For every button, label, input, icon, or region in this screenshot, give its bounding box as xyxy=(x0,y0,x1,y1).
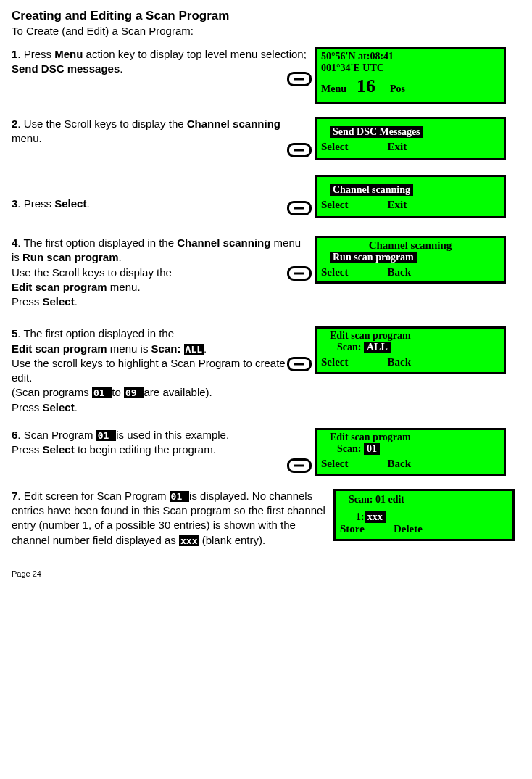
step-4: 4. The first option displayed in the Cha… xyxy=(12,236,520,309)
softkey-left: Select xyxy=(321,458,348,470)
step-1: 1. Press Menu action key to display top … xyxy=(12,47,520,104)
softkey-right: Back xyxy=(387,356,411,368)
softkey-left: Select xyxy=(321,356,348,368)
step-7: 7. Edit screen for Scan Program 01 is di… xyxy=(12,489,520,548)
softkey-left: Select xyxy=(321,199,348,211)
step-text: . xyxy=(120,62,122,75)
softkey-right: Exit xyxy=(387,199,407,211)
inline-highlight: ALL xyxy=(184,344,204,355)
scroll-icon xyxy=(529,353,532,367)
step-text: . xyxy=(204,342,207,355)
softkey-right: Delete xyxy=(394,523,423,535)
step-text: . xyxy=(75,401,78,413)
step-text: is used in this example. xyxy=(116,429,229,441)
step-text: . Scan Program xyxy=(17,429,96,441)
step-text: . Edit screen for Scan Program xyxy=(17,490,169,502)
screen-title: Edit scan program xyxy=(330,330,499,342)
scan-value: ALL xyxy=(364,342,391,353)
device-screen-1: 50°56'N at:08:41 001°34'E UTC Menu 16 Po… xyxy=(315,47,506,104)
menu-highlight: Channel scanning xyxy=(330,184,413,196)
step-text: are available). xyxy=(144,386,212,398)
scan-value: 01 xyxy=(364,443,380,455)
screen-title: Scan: 01 edit xyxy=(349,494,508,506)
step-text: . xyxy=(86,197,89,210)
channel-number: 16 xyxy=(357,75,375,97)
step-text: . xyxy=(119,251,122,263)
step-text: Press xyxy=(12,295,43,308)
step-text: . The first option displayed in the xyxy=(17,236,177,249)
step-text: . Press xyxy=(17,48,54,60)
action-key-icon xyxy=(287,69,315,86)
softkey-left: Select xyxy=(321,266,348,279)
step-text: (Scan programs xyxy=(12,386,92,398)
softkey-pos: Pos xyxy=(390,83,405,95)
page-subtitle: To Create (and Edit) a Scan Program: xyxy=(12,25,520,37)
gps-line: 50°56'N at:08:41 xyxy=(321,51,499,62)
step-bold: Run scan program xyxy=(22,251,119,263)
screen-title: Edit scan program xyxy=(330,432,499,443)
step-bold: Edit scan program xyxy=(12,342,107,355)
action-key-icon xyxy=(287,198,315,215)
step-text: . xyxy=(75,295,78,308)
step-text: menu is xyxy=(107,342,151,355)
action-key-icon xyxy=(287,263,315,281)
step-text: to begin editing the program. xyxy=(75,443,216,456)
action-key-icon xyxy=(287,140,315,157)
device-screen-5: Edit scan program Scan: ALL Select Back xyxy=(315,326,506,374)
step-bold: Channel scanning xyxy=(187,118,280,130)
step-text: . Press xyxy=(17,197,54,210)
action-key-icon xyxy=(287,456,315,473)
action-key-icon xyxy=(287,354,315,371)
step-bold: Send DSC messages xyxy=(12,62,120,75)
softkey-right: Back xyxy=(387,458,411,470)
inline-highlight: 01 xyxy=(96,430,116,441)
device-screen-6: Edit scan program Scan: 01 Select Back xyxy=(315,428,506,476)
scan-label: Scan: xyxy=(337,342,364,353)
step-text: (blank entry). xyxy=(199,534,265,546)
step-text: action key to display top level menu sel… xyxy=(83,48,307,60)
inline-highlight: 01 xyxy=(92,387,112,398)
device-screen-3: Channel scanning Select Exit xyxy=(315,175,506,218)
device-screen-2: Send DSC Messages Select Exit xyxy=(315,117,506,160)
scroll-icon xyxy=(529,252,532,267)
menu-highlight: Run scan program xyxy=(330,252,417,263)
page-title: Creating and Editing a Scan Program xyxy=(12,9,520,23)
entry-value: xxx xyxy=(365,511,386,523)
step-bold: Edit scan program xyxy=(12,281,107,293)
screen-title: Channel scanning xyxy=(321,239,499,252)
step-bold: Channel scanning xyxy=(177,236,270,249)
step-text: Press xyxy=(12,443,43,456)
step-2: 2. Use the Scroll keys to display the Ch… xyxy=(12,117,520,160)
step-bold: Select xyxy=(43,443,75,456)
step-bold: Select xyxy=(43,295,75,308)
scan-label: Scan: xyxy=(337,443,364,454)
menu-highlight: Send DSC Messages xyxy=(330,126,423,138)
step-text: . Use the Scroll keys to display the xyxy=(17,118,186,130)
inline-highlight: 09 xyxy=(124,387,144,398)
softkey-left: Store xyxy=(340,523,365,535)
inline-highlight: 01 xyxy=(170,491,189,502)
step-text: Use the Scroll keys to display the xyxy=(12,266,172,279)
step-3: 3. Press Select. Channel scanning Select… xyxy=(12,175,520,218)
entry-prefix: 1: xyxy=(356,511,365,522)
softkey-right: Exit xyxy=(387,141,407,153)
step-bold: Select xyxy=(54,197,86,210)
step-bold: Select xyxy=(43,401,75,413)
inline-highlight: xxx xyxy=(179,535,199,546)
step-text: . The first option displayed in the xyxy=(17,327,174,339)
device-screen-4: Channel scanning Run scan program Select… xyxy=(315,236,506,284)
step-text: Press xyxy=(12,401,43,413)
step-text: to xyxy=(112,386,124,398)
step-6: 6. Scan Program 01 is used in this examp… xyxy=(12,428,520,476)
step-5: 5. The first option displayed in the Edi… xyxy=(12,326,520,415)
step-bold: Menu xyxy=(54,48,83,60)
device-screen-7: Scan: 01 edit 1:xxx Store Delete xyxy=(333,489,515,541)
step-text: menu. xyxy=(107,281,141,293)
softkey-left: Select xyxy=(321,141,348,153)
softkey-right: Back xyxy=(387,266,411,279)
scroll-icon xyxy=(529,131,532,146)
step-text: Use the scroll keys to highlight a Scan … xyxy=(12,357,298,384)
step-bold: Scan: xyxy=(151,342,184,355)
page-number: Page 24 xyxy=(12,569,520,578)
softkey-menu: Menu xyxy=(321,83,346,95)
